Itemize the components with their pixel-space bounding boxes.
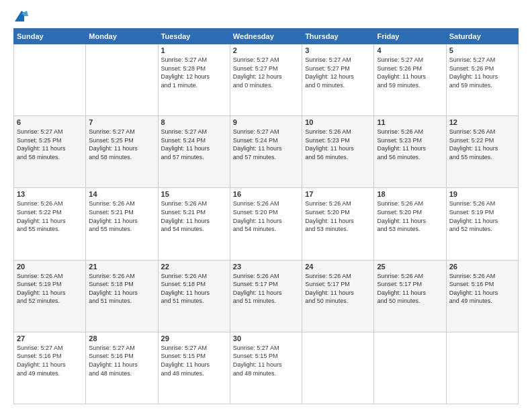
day-number: 10 [305,118,371,126]
day-info: Sunrise: 5:27 AM Sunset: 5:26 PM Dayligh… [449,56,515,89]
week-row-3: 20Sunrise: 5:26 AM Sunset: 5:19 PM Dayli… [14,260,519,332]
day-info: Sunrise: 5:27 AM Sunset: 5:15 PM Dayligh… [161,344,227,377]
logo [13,11,28,21]
day-number: 11 [377,118,443,126]
day-info: Sunrise: 5:26 AM Sunset: 5:18 PM Dayligh… [161,272,227,306]
day-cell: 11Sunrise: 5:26 AM Sunset: 5:23 PM Dayli… [374,116,446,188]
day-cell: 4Sunrise: 5:27 AM Sunset: 5:26 PM Daylig… [374,44,446,116]
day-cell: 27Sunrise: 5:27 AM Sunset: 5:16 PM Dayli… [14,332,86,404]
day-number: 4 [377,46,443,54]
weekday-header-saturday: Saturday [446,29,518,44]
day-info: Sunrise: 5:26 AM Sunset: 5:23 PM Dayligh… [377,128,443,161]
day-number: 6 [17,118,83,126]
day-cell: 17Sunrise: 5:26 AM Sunset: 5:20 PM Dayli… [302,188,374,260]
day-info: Sunrise: 5:27 AM Sunset: 5:28 PM Dayligh… [161,56,227,89]
day-number: 23 [233,263,299,271]
day-cell: 1Sunrise: 5:27 AM Sunset: 5:28 PM Daylig… [158,44,230,116]
day-cell [86,44,158,116]
day-number: 26 [449,263,515,271]
day-cell: 19Sunrise: 5:26 AM Sunset: 5:19 PM Dayli… [446,188,518,260]
day-info: Sunrise: 5:27 AM Sunset: 5:24 PM Dayligh… [161,128,227,161]
day-number: 28 [89,334,154,342]
day-cell: 13Sunrise: 5:26 AM Sunset: 5:22 PM Dayli… [14,188,86,260]
day-number: 13 [17,190,83,198]
day-info: Sunrise: 5:26 AM Sunset: 5:17 PM Dayligh… [377,272,443,306]
day-cell: 23Sunrise: 5:26 AM Sunset: 5:17 PM Dayli… [230,260,302,332]
day-info: Sunrise: 5:26 AM Sunset: 5:23 PM Dayligh… [305,128,371,161]
day-info: Sunrise: 5:27 AM Sunset: 5:16 PM Dayligh… [89,344,154,377]
day-info: Sunrise: 5:27 AM Sunset: 5:24 PM Dayligh… [233,128,299,161]
day-number: 21 [89,263,154,271]
day-info: Sunrise: 5:27 AM Sunset: 5:27 PM Dayligh… [305,56,371,89]
week-row-0: 1Sunrise: 5:27 AM Sunset: 5:28 PM Daylig… [14,44,519,116]
day-number: 25 [377,263,443,271]
day-cell: 26Sunrise: 5:26 AM Sunset: 5:16 PM Dayli… [446,260,518,332]
day-info: Sunrise: 5:26 AM Sunset: 5:22 PM Dayligh… [449,128,515,161]
day-cell: 5Sunrise: 5:27 AM Sunset: 5:26 PM Daylig… [446,44,518,116]
day-info: Sunrise: 5:27 AM Sunset: 5:16 PM Dayligh… [17,344,83,377]
day-number: 16 [233,190,299,198]
day-number: 19 [449,190,515,198]
day-info: Sunrise: 5:26 AM Sunset: 5:20 PM Dayligh… [233,199,299,233]
weekday-header-monday: Monday [86,29,158,44]
day-info: Sunrise: 5:26 AM Sunset: 5:16 PM Dayligh… [449,272,515,306]
day-number: 1 [161,46,227,54]
day-number: 8 [161,118,227,126]
day-number: 30 [233,334,299,342]
day-number: 5 [449,46,515,54]
day-info: Sunrise: 5:26 AM Sunset: 5:20 PM Dayligh… [377,199,443,233]
day-cell: 8Sunrise: 5:27 AM Sunset: 5:24 PM Daylig… [158,116,230,188]
day-info: Sunrise: 5:26 AM Sunset: 5:17 PM Dayligh… [305,272,371,306]
day-cell: 16Sunrise: 5:26 AM Sunset: 5:20 PM Dayli… [230,188,302,260]
day-number: 3 [305,46,371,54]
day-info: Sunrise: 5:27 AM Sunset: 5:27 PM Dayligh… [233,56,299,89]
weekday-header-tuesday: Tuesday [158,29,230,44]
day-cell: 18Sunrise: 5:26 AM Sunset: 5:20 PM Dayli… [374,188,446,260]
week-row-4: 27Sunrise: 5:27 AM Sunset: 5:16 PM Dayli… [14,332,519,404]
day-number: 14 [89,190,154,198]
page: SundayMondayTuesdayWednesdayThursdayFrid… [0,0,532,411]
weekday-header-row: SundayMondayTuesdayWednesdayThursdayFrid… [14,29,519,44]
day-cell [374,332,446,404]
day-info: Sunrise: 5:26 AM Sunset: 5:22 PM Dayligh… [17,199,83,233]
day-cell: 9Sunrise: 5:27 AM Sunset: 5:24 PM Daylig… [230,116,302,188]
day-cell [14,44,86,116]
day-number: 15 [161,190,227,198]
weekday-header-sunday: Sunday [14,29,86,44]
day-cell: 28Sunrise: 5:27 AM Sunset: 5:16 PM Dayli… [86,332,158,404]
day-info: Sunrise: 5:26 AM Sunset: 5:19 PM Dayligh… [17,272,83,306]
day-info: Sunrise: 5:26 AM Sunset: 5:18 PM Dayligh… [89,272,154,306]
day-number: 20 [17,263,83,271]
weekday-header-thursday: Thursday [302,29,374,44]
day-number: 29 [161,334,227,342]
day-cell: 22Sunrise: 5:26 AM Sunset: 5:18 PM Dayli… [158,260,230,332]
day-info: Sunrise: 5:26 AM Sunset: 5:21 PM Dayligh… [89,199,154,233]
calendar: SundayMondayTuesdayWednesdayThursdayFrid… [13,28,519,404]
day-cell: 3Sunrise: 5:27 AM Sunset: 5:27 PM Daylig… [302,44,374,116]
day-info: Sunrise: 5:26 AM Sunset: 5:20 PM Dayligh… [305,199,371,233]
day-cell: 30Sunrise: 5:27 AM Sunset: 5:15 PM Dayli… [230,332,302,404]
day-info: Sunrise: 5:27 AM Sunset: 5:26 PM Dayligh… [377,56,443,89]
day-cell: 6Sunrise: 5:27 AM Sunset: 5:25 PM Daylig… [14,116,86,188]
logo-icon [15,11,28,21]
day-number: 2 [233,46,299,54]
day-info: Sunrise: 5:26 AM Sunset: 5:17 PM Dayligh… [233,272,299,306]
day-cell: 14Sunrise: 5:26 AM Sunset: 5:21 PM Dayli… [86,188,158,260]
day-info: Sunrise: 5:27 AM Sunset: 5:15 PM Dayligh… [233,344,299,377]
header [13,11,519,21]
week-row-1: 6Sunrise: 5:27 AM Sunset: 5:25 PM Daylig… [14,116,519,188]
week-row-2: 13Sunrise: 5:26 AM Sunset: 5:22 PM Dayli… [14,188,519,260]
day-cell: 10Sunrise: 5:26 AM Sunset: 5:23 PM Dayli… [302,116,374,188]
day-cell: 24Sunrise: 5:26 AM Sunset: 5:17 PM Dayli… [302,260,374,332]
day-cell [302,332,374,404]
day-info: Sunrise: 5:26 AM Sunset: 5:21 PM Dayligh… [161,199,227,233]
day-cell: 21Sunrise: 5:26 AM Sunset: 5:18 PM Dayli… [86,260,158,332]
day-number: 24 [305,263,371,271]
day-info: Sunrise: 5:27 AM Sunset: 5:25 PM Dayligh… [89,128,154,161]
day-cell [446,332,518,404]
day-number: 12 [449,118,515,126]
day-cell: 29Sunrise: 5:27 AM Sunset: 5:15 PM Dayli… [158,332,230,404]
day-info: Sunrise: 5:26 AM Sunset: 5:19 PM Dayligh… [449,199,515,233]
day-cell: 25Sunrise: 5:26 AM Sunset: 5:17 PM Dayli… [374,260,446,332]
day-cell: 15Sunrise: 5:26 AM Sunset: 5:21 PM Dayli… [158,188,230,260]
